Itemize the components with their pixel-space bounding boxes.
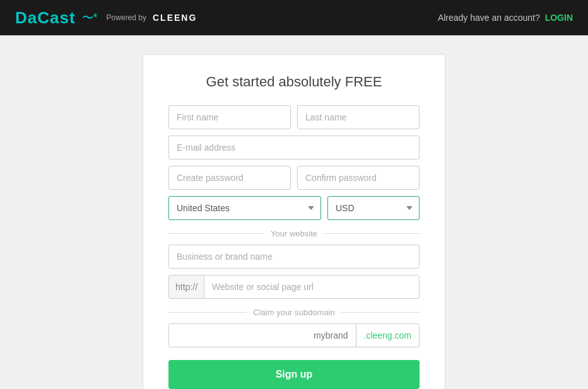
website-url-row: http://: [168, 275, 420, 299]
subdomain-divider-line-left: [168, 312, 247, 313]
site-header: DaCast 〜* Powered by CLEENG Already have…: [0, 0, 588, 35]
country-currency-row: United States United Kingdom Canada Aust…: [168, 196, 420, 220]
last-name-input[interactable]: [297, 105, 420, 129]
logo-text: DaCast: [15, 8, 76, 28]
logo-area: DaCast 〜* Powered by CLEENG: [15, 8, 197, 28]
name-row: [168, 105, 420, 129]
signup-card: Get started absolutely FREE United State…: [143, 54, 445, 389]
card-title: Get started absolutely FREE: [168, 74, 420, 90]
email-row: [168, 136, 420, 160]
subdomain-row: .cleeng.com: [168, 323, 420, 347]
url-prefix-label: http://: [169, 276, 204, 298]
your-website-label: Your website: [271, 229, 317, 238]
login-link[interactable]: LOGIN: [545, 13, 573, 23]
subdomain-input[interactable]: [169, 324, 356, 347]
logo-wave: 〜*: [82, 10, 98, 25]
confirm-password-input[interactable]: [297, 166, 420, 190]
subdomain-label: Claim your subdomain: [253, 308, 334, 317]
subdomain-divider-line-right: [341, 312, 420, 313]
subdomain-divider: Claim your subdomain: [168, 308, 420, 317]
powered-by-label: Powered by: [107, 13, 146, 22]
account-text: Already have an account?: [438, 13, 540, 23]
divider-line-left: [168, 233, 264, 234]
subdomain-suffix-label: .cleeng.com: [356, 324, 419, 347]
divider-line-right: [324, 233, 420, 234]
signup-button[interactable]: Sign up: [168, 360, 420, 389]
your-website-divider: Your website: [168, 229, 420, 238]
email-input[interactable]: [168, 136, 420, 160]
brand-name-row: [168, 245, 420, 269]
account-prompt: Already have an account? LOGIN: [438, 13, 573, 23]
password-row: [168, 166, 420, 190]
website-url-input[interactable]: [204, 276, 419, 298]
currency-select[interactable]: USD EUR GBP CAD AUD: [327, 196, 420, 220]
brand-name-input[interactable]: [168, 245, 420, 269]
first-name-input[interactable]: [168, 105, 291, 129]
cleeng-logo: CLEENG: [153, 13, 197, 23]
create-password-input[interactable]: [168, 166, 291, 190]
main-content: Get started absolutely FREE United State…: [0, 35, 588, 389]
country-select[interactable]: United States United Kingdom Canada Aust…: [168, 196, 321, 220]
